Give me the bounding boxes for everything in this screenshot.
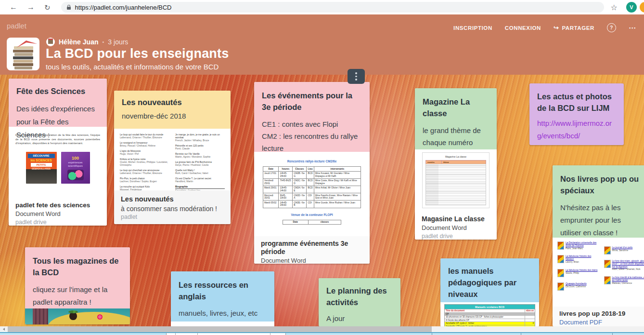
book-cover-decouvre-sciences: DÉCOUVRE les SCIENCES PETITS DÉBROUILLAR… — [26, 152, 57, 184]
author-avatar[interactable] — [46, 38, 55, 46]
attachment-image[interactable] — [25, 308, 130, 324]
rallye-table: DateheuresClassesLieuintervenants Jeudi … — [263, 166, 361, 208]
address-bar[interactable]: https://padlet.com/juanhelene/BCD — [61, 2, 604, 13]
attachment-preview[interactable]: Magazine La classe numéro thème — [415, 149, 497, 211]
book-author: Matteau, Clémence — [612, 282, 644, 285]
attachment-caption[interactable]: livres pop up 2018-19 Document PDF — [553, 307, 644, 326]
post-fete-des-sciences[interactable]: Fête des Sciences Des idées d'expérience… — [9, 79, 107, 226]
attachment-title[interactable]: livres pop up 2018-19 — [559, 309, 644, 318]
attachment-caption[interactable]: Les nouveautés à consommer sans modérati… — [114, 190, 231, 224]
book-entry: Le rossignol et l'empereur Brissy, Pasca… — [120, 141, 169, 147]
book-author: Moussel, Frédérique — [120, 188, 169, 190]
table-rows-skeleton — [425, 164, 486, 205]
post-header: Les événements pour la 3e période CE1 : … — [254, 82, 370, 152]
padlet-brand[interactable]: padlet — [7, 22, 26, 30]
share-label: PARTAGER — [562, 25, 594, 31]
book-list-left: Le loup qui voulait faire le tour du mon… — [120, 133, 169, 190]
attachment-preview[interactable]: La Déclaration universelle des droits de… — [553, 238, 644, 307]
post-ressources-anglais[interactable]: Les ressources en anglais manuels, livre… — [171, 271, 274, 327]
scroll-left-button[interactable] — [0, 326, 8, 332]
attachment-title[interactable]: programme événements 3e période — [261, 240, 363, 256]
document-thumbnail: Magazine La classe numéro thème — [422, 152, 489, 208]
attachment-title[interactable]: padlet fete des sciences — [15, 201, 100, 209]
horizontal-scrollbar[interactable] — [0, 326, 644, 332]
column-header: thème — [442, 161, 451, 164]
reload-icon[interactable]: ↻ — [44, 4, 51, 11]
more-menu-icon[interactable]: ⋯ — [629, 24, 636, 32]
cover-thumb — [604, 276, 611, 284]
post-livres-pop-up[interactable]: Nos livres pop up ou spéciaux N'hésitez … — [553, 165, 644, 326]
bookmark-star-icon[interactable]: ☆ — [611, 3, 618, 12]
post-actus-lijm[interactable]: Les actus et photos de la BCD sur LIJM h… — [529, 83, 624, 145]
padlet-page: ← → ↻ https://padlet.com/juanhelene/BCD … — [0, 0, 644, 335]
book-entry: Où est Charlie ?, Le carnet secret Handf… — [175, 177, 225, 183]
book-author: Alton, Steve / Sharratt, Nick — [612, 268, 644, 271]
attachment-caption[interactable]: Magasine La classe Document Word padlet … — [415, 211, 497, 240]
catalog-entry: Le journal d'un poilu Mirza, Sandrine — [604, 246, 644, 255]
attachment-caption[interactable]: programme événements 3e période Document… — [254, 236, 370, 264]
cover-thumb — [557, 241, 564, 250]
spreadsheet-thumbnail: Manuels scolaires BCD Titre du document … — [444, 304, 535, 327]
book-author: Ocelot, Michel / Andrieu, Philippe / Lou… — [120, 161, 169, 166]
table-row: Mardi 05/02 14h45-15h30 CM2E / 6e B CDI … — [263, 201, 361, 208]
post-body: cliquez sur l'image et la padlet apparaî… — [33, 283, 122, 308]
catalog-entry: La Déclaration universelle des droits de… — [557, 241, 600, 250]
board-canvas: Fête des Sciences Des idées d'expérience… — [0, 75, 644, 335]
post-evenements-3e-periode[interactable]: Les événements pour la 3e période CE1 : … — [254, 82, 370, 264]
scrollbar-thumb[interactable] — [8, 326, 432, 332]
attachment-preview[interactable]: Manuels scolaires BCD Titre du document … — [440, 302, 539, 327]
author-row: Hélène Juan • 3 jours — [46, 38, 128, 46]
post-age: 3 jours — [108, 38, 128, 46]
book-author: Paris, Jean-Marc — [566, 247, 600, 250]
post-magazine-la-classe[interactable]: Magazine La classe le grand thème de cha… — [415, 88, 497, 240]
attachment-source: padlet — [121, 214, 224, 221]
login-button[interactable]: CONNEXION — [505, 25, 541, 31]
post-title: Les nouveautés — [122, 96, 223, 108]
author-name[interactable]: Hélène Juan — [59, 38, 98, 46]
attachment-title[interactable]: Magasine La classe — [422, 215, 490, 223]
forward-icon[interactable]: → — [27, 3, 35, 11]
attachment-caption[interactable]: padlet fete des sciences Document Word p… — [9, 198, 107, 226]
browser-profile-avatar[interactable]: V — [626, 2, 637, 13]
post-options-button[interactable] — [348, 69, 365, 84]
left-arrow-icon — [3, 328, 5, 331]
post-planning-activites[interactable]: Le planning des activités A jour — [319, 278, 400, 326]
help-icon[interactable]: ? — [607, 23, 616, 32]
doc-title: Magazine La classe — [425, 155, 486, 158]
attachment-title[interactable]: Les nouveautés — [121, 195, 224, 203]
attachment-preview[interactable]: Le loup qui voulait faire le tour du mon… — [114, 129, 231, 190]
signup-button[interactable]: INSCRIPTION — [453, 25, 492, 31]
book-author: Lavery, Brian — [566, 261, 600, 264]
back-icon[interactable]: ← — [10, 3, 17, 11]
book-author: Delye, Pierre / Hudrisier, Cécile — [175, 163, 225, 166]
illustration-hill — [48, 312, 130, 324]
catalog-right: Le journal d'un poilu Mirza, Sandrine Le… — [604, 241, 644, 307]
post-les-nouveautes[interactable]: Les nouveautés novembre-déc 2018 Le loup… — [114, 91, 231, 224]
url-text[interactable]: https://padlet.com/juanhelene/BCD — [75, 4, 172, 11]
book-title-link: Le livre interdit à la maîtresse, et au … — [612, 276, 644, 282]
dot — [355, 79, 357, 80]
post-tous-les-magazines[interactable]: Tous les magazines de la BCD cliquez sur… — [25, 247, 130, 324]
board-logo[interactable] — [7, 38, 39, 70]
book-entry: La grosse faim de P'tit Bonhomme Delye, … — [175, 161, 225, 166]
sheet-row: À l'école des albums CP — [445, 319, 535, 322]
attachment-preview[interactable]: Rencontres rallye-lecture CM2/6e Dateheu… — [254, 152, 370, 236]
post-manuels-pedagogiques[interactable]: les manuels pédagogiques par niveaux Man… — [440, 258, 539, 327]
post-header: Tous les magazines de la BCD cliquez sur… — [25, 247, 130, 308]
table-body: Jeudi 17/01 14h45-15h30 CM2B / 6e G BCD … — [263, 171, 361, 208]
bottom-strip — [0, 332, 644, 335]
column-header: intervenants — [314, 167, 361, 172]
book-entry: Le loup qui voulait faire le tour du mon… — [120, 133, 169, 139]
post-title: Tous les magazines de la BCD — [33, 255, 122, 278]
book-entry: Le loup qui cherchait une amoureuse Lall… — [120, 169, 169, 174]
column-header: Date — [283, 220, 308, 224]
external-link[interactable]: http://www.lijmermoz.org/events/bcd/ — [537, 117, 616, 142]
share-button[interactable]: ↪ PARTAGER — [554, 24, 594, 31]
book-covers: DÉCOUVRE les SCIENCES PETITS DÉBROUILLAR… — [15, 152, 100, 184]
table-row: Mercredi 30/01 9h45-10h30 CM2D / 6e A CD… — [263, 193, 361, 201]
attachment-type: Document Word — [261, 257, 363, 264]
attachment-preview[interactable]: Dans le cadre de la préparation de la fê… — [9, 127, 107, 198]
padlet-header: padlet Hélène Juan • 3 jours La BCD pour… — [0, 14, 644, 75]
post-header: Nos livres pop up ou spéciaux N'hésitez … — [553, 165, 644, 238]
book-author: Lallemand, Orianne / Thuillier, Éléonore — [120, 136, 169, 139]
